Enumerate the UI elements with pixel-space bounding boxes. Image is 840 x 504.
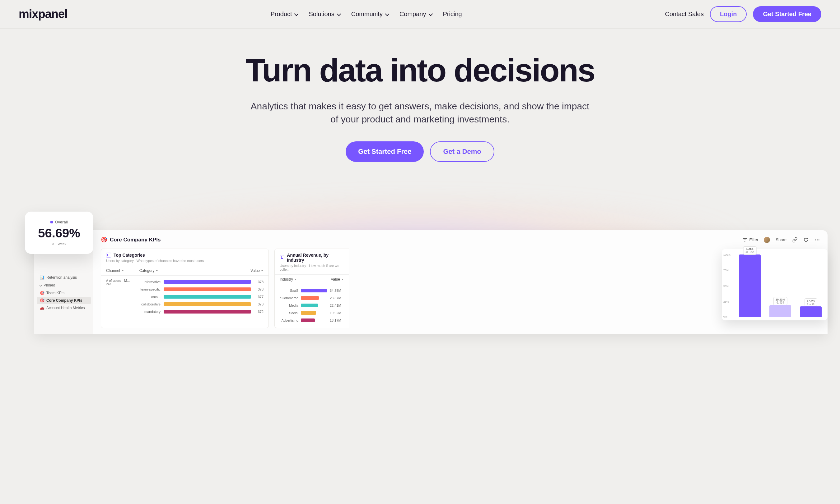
nav-label: Product xyxy=(271,11,292,18)
dashboard-window: 📊 Retention analysis Pinned 🎯 Team KPIs … xyxy=(34,230,827,334)
target-icon: 🎯 xyxy=(40,298,45,303)
bar-value: 372 xyxy=(254,310,263,313)
sidebar-label: Core Company KPIs xyxy=(46,298,82,303)
sidebar-item-retention[interactable]: 📊 Retention analysis xyxy=(37,274,91,281)
bar-fill xyxy=(164,295,251,299)
y-tick: 0% xyxy=(723,315,727,318)
sidebar-pinned-header[interactable]: Pinned xyxy=(37,281,91,289)
filter-label: Filter xyxy=(749,237,758,242)
cards-row: Top Categories Users by category · What … xyxy=(101,249,820,328)
col-channel[interactable]: Channel xyxy=(106,268,124,273)
card-header: Top Categories Users by category · What … xyxy=(101,249,269,266)
chart-icon xyxy=(280,255,284,260)
hero-demo-button[interactable]: Get a Demo xyxy=(430,141,494,162)
nav-label: Pricing xyxy=(443,11,462,18)
get-started-button[interactable]: Get Started Free xyxy=(753,6,821,22)
dashboard-header: 🎯 Core Company KPIs Filter Share xyxy=(101,236,820,243)
target-icon: 🎯 xyxy=(101,236,107,243)
bar-tooltip: 100% 34.05K xyxy=(743,247,757,254)
col-industry[interactable]: Industry xyxy=(280,277,297,282)
nav-label: Community xyxy=(351,11,383,18)
revenue-row: Advertising 18.17M xyxy=(280,317,344,323)
hero-subtitle: Analytics that makes it easy to get answ… xyxy=(249,100,591,126)
rev-label: SaaS xyxy=(280,289,298,292)
more-icon[interactable] xyxy=(815,237,820,243)
share-button[interactable]: Share xyxy=(776,237,787,242)
revenue-row: eCommerce 23.37M xyxy=(280,295,344,301)
main-nav: Product Solutions Community Company Pric… xyxy=(271,11,462,18)
header-actions: Contact Sales Login Get Started Free xyxy=(665,6,821,22)
filter-icon xyxy=(742,237,748,243)
chart-bar: 100% 34.05K xyxy=(739,254,761,317)
nav-pricing[interactable]: Pricing xyxy=(443,11,462,18)
link-icon[interactable] xyxy=(792,237,798,243)
rev-bar-fill xyxy=(301,304,318,307)
rev-value: 23.37M xyxy=(330,296,344,300)
hero-get-started-button[interactable]: Get Started Free xyxy=(346,141,424,162)
revenue-row: SaaS 34.35M xyxy=(280,287,344,294)
sidebar-item-core-kpis[interactable]: 🎯 Core Company KPIs xyxy=(37,297,91,304)
chevron-down-icon xyxy=(294,12,299,16)
dashboard-actions: Filter Share xyxy=(742,237,820,243)
categories-body: # of users - M... 24K informative 378 te… xyxy=(101,276,269,319)
contact-sales-link[interactable]: Contact Sales xyxy=(665,11,704,18)
col-value[interactable]: Value xyxy=(251,268,263,273)
rev-bar-fill xyxy=(301,296,319,300)
nav-community[interactable]: Community xyxy=(351,11,388,18)
tooltip-pct: 100% xyxy=(745,247,754,251)
login-button[interactable]: Login xyxy=(710,6,747,22)
nav-product[interactable]: Product xyxy=(271,11,298,18)
bar-row: collaborative 373 xyxy=(136,301,263,307)
chevron-down-icon xyxy=(337,12,341,16)
chevron-down-icon xyxy=(428,12,433,16)
chart-bar: 87.4% 5,715 xyxy=(800,306,822,317)
tooltip-count: 5,715 xyxy=(807,303,815,306)
revenue-row: Media 22.41M xyxy=(280,302,344,309)
chevron-down-icon xyxy=(39,284,42,287)
bar-value: 373 xyxy=(254,302,263,306)
nav-label: Solutions xyxy=(309,11,334,18)
user-avatar[interactable] xyxy=(764,237,770,243)
dashboard-preview: Overall 56.69% < 1 Week 📊 Retention anal… xyxy=(0,212,840,336)
rev-value: 34.35M xyxy=(330,289,344,292)
rev-value: 19.92M xyxy=(330,311,344,315)
nav-solutions[interactable]: Solutions xyxy=(309,11,340,18)
card-title: Annual Revenue, by Industry xyxy=(280,253,344,263)
y-tick: 75% xyxy=(723,269,729,272)
card-subtitle: Users by industry · How much $ are we co… xyxy=(280,264,344,271)
sidebar-label: Team KPIs xyxy=(46,291,64,295)
bar-row: mandatory 372 xyxy=(136,309,263,315)
card-title-text: Annual Revenue, by Industry xyxy=(287,253,344,263)
channel-label: # of users - M... xyxy=(106,279,136,283)
rev-label: Advertising xyxy=(280,319,298,322)
bar-label: collaborative xyxy=(136,302,160,306)
hero-title: Turn data into decisions xyxy=(13,53,827,87)
bar-label: mandatory xyxy=(136,310,160,313)
bar-fill xyxy=(164,310,251,313)
bar-row: informative 378 xyxy=(136,279,263,285)
filter-button[interactable]: Filter xyxy=(742,237,758,243)
bars-column: informative 378 team-specific 378 cros..… xyxy=(136,279,263,316)
col-value[interactable]: Value xyxy=(331,277,344,282)
card-header: Annual Revenue, by Industry Users by ind… xyxy=(275,249,349,274)
y-tick: 25% xyxy=(723,300,729,303)
hero-section: Turn data into decisions Analytics that … xyxy=(0,29,840,181)
heart-icon[interactable] xyxy=(803,237,809,243)
svg-point-1 xyxy=(817,239,818,240)
bar-row: cros... 377 xyxy=(136,294,263,300)
rev-value: 22.41M xyxy=(330,304,344,307)
col-category[interactable]: Category xyxy=(139,268,158,273)
sort-icon xyxy=(261,270,263,271)
bar-tooltip: 87.4% 5,715 xyxy=(805,298,817,306)
kpi-value: 56.69% xyxy=(31,226,87,240)
sidebar-item-team-kpis[interactable]: 🎯 Team KPIs xyxy=(37,289,91,297)
chart-bar: 19.21% 6,539 xyxy=(769,305,791,317)
brand-logo[interactable]: mixpanel xyxy=(19,7,68,21)
bar-value: 378 xyxy=(254,287,263,291)
rev-label: Social xyxy=(280,311,298,315)
dashboard-main: 🎯 Core Company KPIs Filter Share xyxy=(93,230,827,334)
rev-bar-fill xyxy=(301,311,316,315)
sidebar-item-account-health[interactable]: 🚗 Account Health Metrics xyxy=(37,304,91,312)
bar-chart-area: 100% 75% 50% 25% 0% 100% 34.05K 19.21% 6… xyxy=(733,254,823,317)
nav-company[interactable]: Company xyxy=(399,11,432,18)
